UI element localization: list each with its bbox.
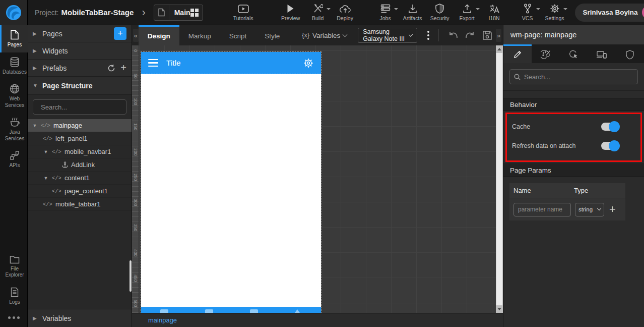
project-name: MobileTabBar-Stage	[61, 8, 134, 17]
code-tag-icon: </>	[41, 123, 50, 129]
java-cup-icon	[9, 117, 20, 127]
export-button[interactable]: Export	[456, 4, 478, 21]
settings-button[interactable]: Settings	[544, 4, 566, 21]
project-breadcrumb: Project:MobileTabBar-Stage	[35, 8, 134, 17]
tab-design[interactable]: Design	[139, 25, 179, 45]
rail-item-web-services[interactable]: Web Services	[0, 79, 28, 113]
tree-node-mobile-tabbar1[interactable]: </> mobile_tabbar1	[28, 198, 132, 211]
mobile-device-preview[interactable]: Title	[141, 52, 321, 313]
search-input[interactable]	[41, 103, 130, 111]
navbar-gear-icon[interactable]	[303, 58, 314, 69]
param-name-input[interactable]	[513, 203, 571, 216]
tab-styles[interactable]	[532, 44, 560, 63]
security-shield-icon	[435, 4, 444, 14]
rail-item-databases[interactable]: Databases	[0, 52, 28, 80]
tab-markup[interactable]: Markup	[179, 25, 220, 45]
i18n-language-icon	[489, 4, 499, 14]
tutorials-video-icon	[238, 4, 249, 14]
pages-icon	[10, 30, 19, 40]
properties-panel-tabs	[503, 44, 644, 63]
search-icon	[514, 74, 521, 80]
page-grid-icon[interactable]	[190, 9, 199, 17]
page-params-table-header: Name Type	[509, 183, 625, 198]
add-prefab-button[interactable]: +	[120, 62, 126, 74]
user-menu[interactable]: Srinivasa Boyina SB	[575, 4, 644, 22]
artifacts-button[interactable]: Artifacts	[402, 4, 424, 21]
tutorials-button[interactable]: Tutorials	[232, 4, 254, 21]
section-page-structure[interactable]: ▼ Page Structure	[28, 77, 132, 95]
tab-properties[interactable]	[503, 44, 532, 63]
param-type-select[interactable]: string	[575, 203, 604, 216]
build-button[interactable]: Build	[307, 4, 329, 21]
collapsed-caret-icon: ▶	[33, 65, 38, 71]
deploy-button[interactable]: Deploy	[334, 4, 356, 21]
refresh-prefabs-icon[interactable]	[107, 64, 115, 72]
tree-node-content1[interactable]: ▼ </> content1	[28, 172, 132, 185]
tree-node-mainpage[interactable]: ▼ </> mainpage	[28, 119, 132, 132]
redo-button[interactable]	[465, 31, 475, 40]
tree-node-page-content1[interactable]: </> page_content1	[28, 185, 132, 198]
refresh-data-toggle[interactable]	[601, 142, 618, 150]
chevron-down-icon	[343, 32, 348, 37]
tree-node-left-panel1[interactable]: </> left_panel1	[28, 132, 132, 145]
section-prefabs[interactable]: ▶ Prefabs +	[28, 60, 132, 77]
left-panel-scrollbar[interactable]	[130, 260, 132, 292]
current-page-selector[interactable]: Main	[154, 5, 203, 21]
tree-node-mobile-navbar1[interactable]: ▼ </> mobile_navbar1	[28, 145, 132, 158]
tree-node-addlink[interactable]: AddLink	[28, 158, 132, 172]
settings-dropdown-caret	[563, 8, 567, 10]
section-variables[interactable]: ▶ Variables	[28, 309, 132, 327]
wavemaker-logo-icon	[5, 4, 22, 21]
tab-style[interactable]: Style	[255, 25, 289, 45]
security-button[interactable]: Security	[429, 4, 451, 21]
page-params-section-header: Page Params	[503, 164, 644, 177]
scroll-down-arrow-icon[interactable]	[497, 308, 501, 310]
cache-toggle[interactable]	[601, 123, 618, 131]
i18n-button[interactable]: I18N	[483, 4, 505, 21]
settings-gear-icon	[550, 4, 560, 14]
section-widgets[interactable]: ▶ Widgets	[28, 42, 132, 60]
variables-button[interactable]: {x} Variables	[302, 32, 347, 39]
design-canvas[interactable]: 0 50 100 150 200 250 300 350 400 450 500…	[132, 45, 503, 313]
vcs-button[interactable]: VCS	[517, 4, 539, 21]
tab-devices[interactable]	[588, 44, 616, 63]
rail-item-pages[interactable]: Pages	[0, 25, 28, 52]
jobs-button[interactable]: Jobs	[374, 4, 397, 21]
device-select[interactable]: Samsung Galaxy Note III	[358, 28, 417, 43]
tab-events[interactable]	[560, 44, 588, 63]
properties-search[interactable]	[509, 69, 638, 84]
export-dropdown-caret	[476, 8, 480, 10]
save-button[interactable]	[482, 30, 492, 40]
add-param-button[interactable]: +	[609, 203, 616, 216]
page-structure-search[interactable]	[33, 99, 126, 115]
mobile-page-content[interactable]	[141, 74, 321, 307]
rail-item-logs[interactable]: Logs	[0, 283, 28, 310]
hamburger-menu-icon[interactable]	[148, 59, 158, 67]
tab-security[interactable]	[616, 44, 644, 63]
section-pages[interactable]: ▶ Pages +	[28, 25, 132, 42]
statusbar-page-name[interactable]: mainpage	[148, 316, 177, 324]
more-dots-icon[interactable]	[0, 309, 27, 327]
expand-right-panel-button[interactable]: »	[496, 29, 501, 42]
rail-item-file-explorer[interactable]: File Explorer	[0, 251, 28, 283]
add-page-button[interactable]: +	[114, 27, 126, 40]
preview-button[interactable]: Preview	[280, 4, 302, 21]
canvas-scrollbar[interactable]	[496, 45, 503, 313]
undo-button[interactable]	[448, 31, 458, 40]
collapsed-caret-icon: ▶	[33, 48, 38, 53]
more-options-kebab-icon[interactable]	[425, 29, 431, 42]
canvas-scrollbar-thumb[interactable]	[496, 53, 502, 305]
mobile-navbar[interactable]: Title	[141, 52, 321, 74]
left-rail: Pages Databases Web Services Java Serv	[0, 25, 28, 327]
rail-item-apis[interactable]: APIs	[0, 146, 28, 173]
properties-search-input[interactable]	[524, 73, 633, 81]
tab-script[interactable]: Script	[220, 25, 256, 45]
mobile-tabbar[interactable]	[141, 307, 321, 313]
page-file-icon	[154, 5, 169, 20]
scroll-up-arrow-icon[interactable]	[497, 48, 501, 50]
rail-item-java-services[interactable]: Java Services	[0, 113, 28, 146]
tabbar-icon-partial	[250, 309, 258, 313]
collapse-left-panel-button[interactable]: «	[133, 29, 139, 42]
devices-icon	[596, 50, 607, 59]
app-logo[interactable]	[0, 0, 28, 25]
